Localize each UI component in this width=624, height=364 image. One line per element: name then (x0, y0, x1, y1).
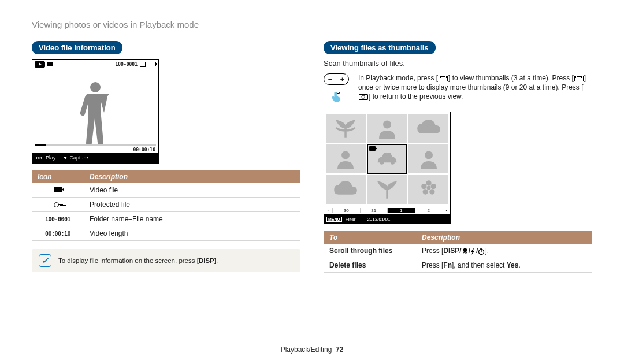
nav-cell: 2 (415, 208, 443, 213)
thumbnail (408, 114, 448, 143)
svg-point-5 (429, 189, 434, 194)
section-subtext: Scan thumbnails of files. (324, 59, 592, 68)
svg-point-2 (426, 185, 430, 190)
capture-label: Capture (70, 155, 88, 161)
table-row: Video file (32, 183, 300, 198)
th-description: Description (416, 231, 592, 244)
note-text: ]. (214, 257, 218, 264)
footer-section: Playback/Editing (281, 346, 332, 354)
folder-file-label: 100-0001 (115, 62, 138, 67)
cell-desc: Folder name–File name (84, 212, 300, 226)
protected-file-icon (54, 202, 62, 207)
nav-cell: 31 (360, 208, 388, 213)
table-row: Scroll through files Press [DISP///]. (324, 244, 592, 258)
action-description-table: To Description Scroll through files Pres… (324, 231, 592, 273)
svg-line-1 (364, 98, 366, 99)
cloud-icon (415, 118, 443, 139)
thumbnail (326, 175, 366, 204)
action-name: Delete files (324, 258, 416, 273)
section-heading-thumbnails: Viewing files as thumbnails (324, 41, 436, 54)
hand-pointer-icon (331, 91, 341, 102)
section-heading-video-info: Video file information (32, 41, 122, 54)
flash-icon (470, 248, 476, 255)
thumbnail (326, 144, 366, 173)
video-progress-bar (35, 144, 156, 146)
zoom-out-icon (574, 76, 584, 81)
th-icon: Icon (32, 170, 84, 183)
cell-desc: Video length (84, 226, 300, 241)
thumbnail (326, 114, 366, 143)
icon-description-table: Icon Description Video file Protected fi… (32, 170, 300, 241)
note-text: To display file information on the scree… (58, 257, 199, 264)
table-row: 100-0001 Folder name–File name (32, 212, 300, 226)
zoom-lever-icon: −+ (324, 73, 352, 106)
video-frame-silhouette (78, 79, 113, 146)
menu-button-label: MENU (326, 217, 342, 222)
memory-card-icon (140, 62, 146, 67)
person-icon (373, 118, 401, 139)
down-arrow-icon (64, 157, 67, 159)
note-icon: ✓ (39, 254, 51, 267)
thumbnail-date-nav: ‹ 30 31 1 2 › (324, 206, 450, 214)
zoom-instruction-text: In Playback mode, press [] to view thumb… (358, 73, 592, 102)
playback-mode-icon (35, 61, 45, 68)
car-icon (373, 149, 401, 169)
yes-label: Yes (507, 261, 519, 269)
folder-filename-icon: 100-0001 (45, 216, 70, 222)
th-description: Description (84, 170, 300, 183)
thumbnail-selected (367, 144, 407, 173)
video-length-icon: 00:00:10 (45, 231, 70, 237)
video-icon (47, 62, 53, 66)
info-note: ✓ To display file information on the scr… (32, 249, 300, 272)
nav-cell-selected: 1 (387, 208, 415, 213)
date-label: 2013/01/01 (367, 217, 390, 222)
video-preview-lcd: 100-0001 00:00:10 OK Play (32, 59, 159, 164)
nav-cell: 30 (332, 208, 360, 213)
video-badge-icon (369, 146, 376, 151)
battery-icon (148, 62, 156, 66)
nav-left-icon: ‹ (324, 208, 332, 213)
flower-icon (415, 180, 443, 200)
thumbnail (367, 114, 407, 143)
table-row: 00:00:10 Video length (32, 226, 300, 241)
zoom-in-icon (359, 94, 368, 100)
ok-button-label: OK (36, 155, 43, 161)
cloud-icon (332, 180, 359, 200)
thumbnail (367, 175, 407, 204)
footer-page-number: 72 (336, 346, 343, 354)
svg-point-3 (426, 180, 431, 185)
action-name: Scroll through files (324, 244, 416, 258)
timer-icon (478, 248, 485, 255)
macro-icon (462, 248, 469, 255)
person-icon (332, 149, 359, 169)
video-time: 00:00:10 (133, 147, 155, 153)
left-column: Video file information 100-0001 (32, 41, 300, 273)
play-label: Play (46, 155, 56, 161)
zoom-out-icon (439, 76, 448, 81)
action-desc: Press [Fn], and then select Yes. (416, 258, 592, 273)
action-desc: Press [DISP///]. (416, 244, 592, 258)
table-row: Protected file (32, 198, 300, 212)
disp-button-label: DISP (199, 257, 214, 264)
filter-label: Filter (346, 217, 356, 222)
cell-desc: Video file (84, 183, 300, 198)
page-title: Viewing photos or videos in Playback mod… (32, 20, 592, 29)
cell-desc: Protected file (84, 198, 300, 212)
table-row: Delete files Press [Fn], and then select… (324, 258, 592, 273)
svg-point-7 (421, 184, 426, 189)
palm-icon (373, 180, 401, 200)
svg-point-6 (422, 189, 428, 194)
video-file-icon (54, 187, 62, 192)
person-icon (415, 149, 443, 169)
fn-button-label: Fn (443, 261, 452, 269)
thumbnail-grid-lcd: ‹ 30 31 1 2 › MENU Filter 2013/01/01 (324, 112, 451, 224)
svg-point-4 (430, 184, 436, 189)
palm-icon (332, 118, 359, 139)
thumbnail (408, 175, 448, 204)
page-footer: Playback/Editing 72 (0, 346, 624, 354)
th-to: To (324, 231, 416, 244)
right-column: Viewing files as thumbnails Scan thumbna… (324, 41, 592, 273)
thumbnail (408, 144, 448, 173)
nav-right-icon: › (442, 208, 450, 213)
